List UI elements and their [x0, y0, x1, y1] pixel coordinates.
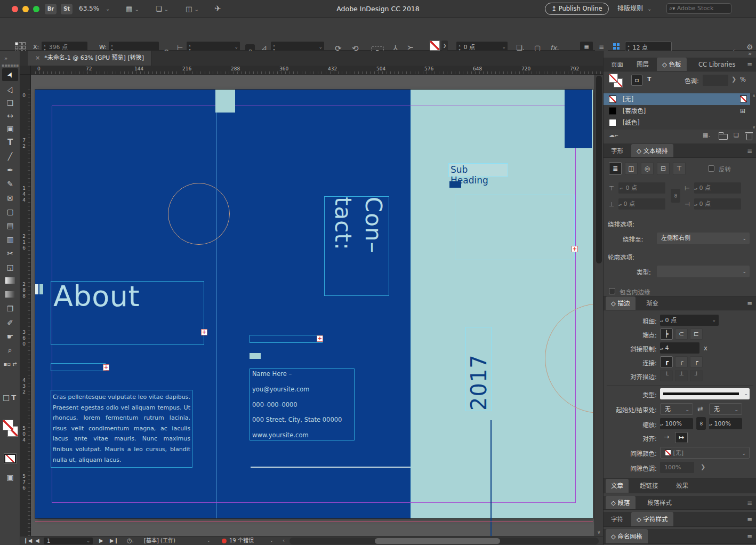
- sub-heading-frame[interactable]: Sub Heading: [448, 163, 508, 177]
- new-swatch-icon[interactable]: ❏: [734, 132, 739, 139]
- tool-gap[interactable]: ↔: [0, 109, 20, 122]
- vertical-scrollbar[interactable]: ∨: [594, 75, 603, 536]
- tool-hand[interactable]: ☛: [0, 330, 20, 343]
- panel-menu-icon[interactable]: ≡: [747, 529, 752, 544]
- gap-tint-field[interactable]: 100%: [660, 462, 694, 473]
- wrap-object-shape-button[interactable]: ◎: [641, 162, 654, 175]
- horizontal-scrollbar-thumb[interactable]: [375, 538, 500, 544]
- tool-gradient[interactable]: [0, 275, 20, 287]
- frame-grid-icon[interactable]: [613, 43, 620, 50]
- align-arrow-extend-button[interactable]: →: [660, 432, 673, 443]
- join-miter-button[interactable]: ┏: [660, 356, 673, 367]
- swatch-views-icon[interactable]: ▦.: [703, 132, 710, 139]
- join-bevel-button[interactable]: ┍: [690, 356, 703, 367]
- stock-search-input[interactable]: [677, 4, 723, 13]
- about-text-frame[interactable]: About: [51, 281, 204, 345]
- panel-menu-icon[interactable]: ≡: [747, 144, 752, 158]
- last-page-button[interactable]: ▶❙: [110, 536, 118, 545]
- wrap-jump-object-button[interactable]: ⊟: [657, 162, 670, 175]
- tint-arrow-icon[interactable]: ❯: [731, 76, 736, 83]
- collapse-dock-icon[interactable]: »: [748, 50, 752, 57]
- tab-gradient[interactable]: 渐变: [641, 296, 664, 310]
- tool-pen[interactable]: ✒: [0, 164, 20, 177]
- panel-menu-icon[interactable]: ≡: [747, 296, 752, 310]
- teal-top-rectangle[interactable]: [215, 90, 235, 113]
- include-inside-edges-checkbox[interactable]: [609, 288, 615, 294]
- trash-icon[interactable]: [746, 134, 752, 140]
- overset-indicator[interactable]: +: [103, 364, 109, 371]
- miter-limit-field[interactable]: ▴▾ 4: [660, 342, 699, 354]
- vertical-rule[interactable]: [490, 420, 492, 536]
- panel-menu-icon[interactable]: ≡: [747, 58, 752, 71]
- navy-chip[interactable]: [449, 181, 461, 188]
- offset-left-field[interactable]: ▴▾ 0 点: [694, 182, 741, 194]
- swatch-row-paper[interactable]: [纸色]: [604, 117, 750, 129]
- gap-tint-arrow-icon[interactable]: ❯: [701, 463, 705, 470]
- apply-none-button[interactable]: [4, 454, 16, 463]
- tool-free-transform[interactable]: ◱: [0, 261, 20, 274]
- navy-corner-rectangle[interactable]: [565, 90, 592, 148]
- tool-rectangle[interactable]: ▢: [0, 205, 20, 218]
- stroke-weight-field[interactable]: ▴▾ 0 点⌄: [660, 315, 719, 326]
- preflight-icon[interactable]: ◷.: [127, 536, 134, 545]
- tab-story[interactable]: 文章: [606, 479, 629, 493]
- contact-info-frame[interactable]: Name Here – you@yoursite.com 000–000–000…: [250, 368, 355, 440]
- horizontal-ruler[interactable]: 0 72 144 216 288 360 432 504 576 648 720…: [31, 66, 603, 75]
- fill-proxy-swatch[interactable]: [609, 74, 618, 83]
- tab-layers[interactable]: 图层: [631, 58, 654, 71]
- fill-color-arrow[interactable]: ❯: [441, 41, 448, 51]
- link-scale-ends-icon[interactable]: ∞: [696, 417, 706, 430]
- start-dropdown[interactable]: 无⌄: [660, 403, 693, 415]
- scroll-down-icon[interactable]: ∨: [752, 125, 755, 130]
- wrap-none-button[interactable]: ≣: [609, 162, 622, 175]
- tool-gradient-feather[interactable]: [0, 288, 20, 301]
- scale-start-field[interactable]: ▴▾ 100%: [660, 418, 693, 429]
- canvas-viewport[interactable]: About + + Cras pellentesque vulputate le…: [31, 75, 594, 536]
- tab-paragraph[interactable]: ◇ 段落: [606, 496, 636, 509]
- tab-hyperlinks[interactable]: 超链接: [634, 479, 664, 493]
- close-tab-icon[interactable]: ×: [35, 54, 40, 61]
- scroll-up-icon[interactable]: ∧: [752, 93, 755, 98]
- tab-pages[interactable]: 页面: [606, 58, 629, 71]
- new-group-folder-icon[interactable]: [719, 134, 728, 140]
- contour-type-dropdown[interactable]: ⌄: [657, 266, 750, 277]
- tab-character[interactable]: 字符: [606, 512, 629, 526]
- swap-ends-icon[interactable]: ⇄: [697, 405, 703, 413]
- vertical-scrollbar-thumb[interactable]: [596, 76, 602, 263]
- ruler-corner[interactable]: [20, 66, 31, 75]
- circle-outline[interactable]: [168, 183, 230, 245]
- overset-indicator[interactable]: +: [317, 335, 323, 342]
- tool-vertical-grid[interactable]: ▥: [0, 233, 20, 246]
- cc-library-add-icon[interactable]: ☁←: [609, 132, 618, 139]
- preflight-profile[interactable]: [基本] (工作): [144, 536, 175, 545]
- vertical-ruler[interactable]: 0 72 144 216 288 360 432 504 576: [20, 75, 31, 536]
- cap-round-button[interactable]: ⊂: [675, 328, 688, 340]
- formatting-affects-text-button[interactable]: T: [647, 76, 652, 83]
- select-next-object-icon[interactable]: ⅄: [406, 46, 414, 50]
- empty-text-frame[interactable]: [250, 335, 323, 343]
- overset-indicator[interactable]: +: [572, 246, 578, 252]
- wrap-jump-column-button[interactable]: ⊤: [673, 162, 686, 175]
- overset-indicator[interactable]: +: [201, 329, 207, 335]
- cap-butt-button[interactable]: ╞: [660, 328, 673, 340]
- tool-selection[interactable]: ➤: [2, 68, 18, 81]
- join-round-button[interactable]: ╭: [675, 356, 688, 367]
- stroke-type-dropdown[interactable]: ⌄: [660, 388, 750, 399]
- panel-menu-icon[interactable]: ≡: [747, 496, 752, 510]
- invert-checkbox[interactable]: [708, 165, 714, 172]
- tab-named-grids[interactable]: ◇ 命名网格: [606, 529, 648, 543]
- scroll-down-icon[interactable]: ∨: [597, 530, 601, 535]
- offset-bottom-field[interactable]: ▴▾ 0 点: [618, 198, 665, 210]
- tab-swatches[interactable]: ◇ 色板: [657, 58, 687, 71]
- offset-top-field[interactable]: ▴▾ 0 点: [618, 182, 665, 194]
- body-text-frame[interactable]: Cras pellentesque vulputate leo vitae da…: [51, 390, 192, 468]
- offset-right-field[interactable]: ▴▾ 0 点: [694, 198, 741, 210]
- tab-text-wrap[interactable]: ◇ 文本绕排: [631, 144, 673, 157]
- empty-teal-frame[interactable]: [455, 195, 575, 260]
- adobe-stock-search[interactable]: ⌕▾: [666, 3, 731, 14]
- formatting-affects-buttons[interactable]: □T: [0, 391, 20, 404]
- swatch-row-none[interactable]: [无] ✎: [604, 93, 750, 105]
- screen-mode-button[interactable]: ▣: [0, 471, 20, 484]
- tab-cc-libraries[interactable]: CC Libraries: [693, 58, 741, 71]
- tool-frame[interactable]: ⊠: [0, 191, 20, 204]
